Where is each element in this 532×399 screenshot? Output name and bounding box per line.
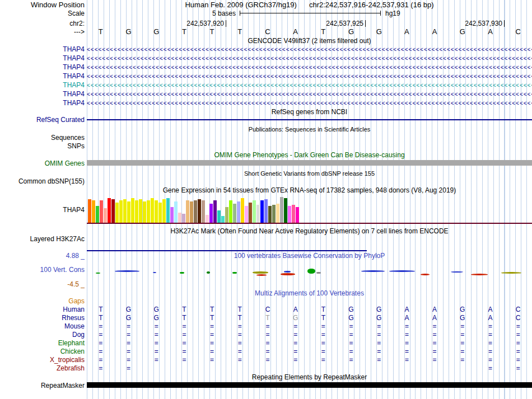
gtex-tissue-bar[interactable] — [147, 200, 150, 223]
gencode-gene-label[interactable]: THAP4 — [0, 45, 85, 53]
omim-genes-label[interactable]: OMIM Genes — [0, 159, 85, 167]
gencode-gene-model[interactable]: <<<<<<<<<<<<<<<<<<<<<<<<<<<<<<<<<<<<<<<<… — [87, 72, 532, 81]
refseq-gene-line[interactable] — [87, 119, 532, 120]
species-label[interactable]: Elephant — [0, 339, 85, 347]
coordinates-track[interactable]: 242,537,920242,537,925242,537,930 — [87, 20, 532, 27]
gencode-gene-model[interactable]: <<<<<<<<<<<<<<<<<<<<<<<<<<<<<<<<<<<<<<<<… — [87, 90, 532, 98]
gtex-tissue-bar[interactable] — [221, 216, 225, 223]
gtex-tissue-bar[interactable] — [202, 200, 205, 223]
conservation-wiggle-track[interactable] — [87, 263, 532, 279]
gtex-tissue-bar[interactable] — [186, 200, 189, 223]
gtex-tissue-bar[interactable] — [151, 198, 154, 223]
multiz-gaps-row[interactable]: Gaps — [0, 297, 532, 305]
omim-gene-bar[interactable] — [87, 160, 532, 166]
repeatmasker-row[interactable]: RepeatMasker — [0, 382, 532, 389]
gtex-tissue-bar[interactable] — [131, 198, 134, 223]
gencode-gene-row[interactable]: THAP4<<<<<<<<<<<<<<<<<<<<<<<<<<<<<<<<<<<… — [0, 72, 532, 81]
h3k27ac-signal-row[interactable] — [0, 250, 532, 251]
species-label[interactable]: Chicken — [0, 348, 85, 355]
multiz-species-row[interactable]: Dog================ — [0, 331, 532, 339]
gtex-tissue-bar[interactable] — [158, 203, 162, 223]
gtex-tissue-bar[interactable] — [198, 199, 201, 223]
gtex-tissue-bar[interactable] — [276, 204, 279, 223]
h3k27ac-row[interactable]: Layered H3K27Ac — [0, 235, 532, 243]
h3k27ac-label[interactable]: Layered H3K27Ac — [0, 235, 85, 243]
gtex-tissue-bar[interactable] — [162, 199, 166, 223]
coordinates-row[interactable]: chr2: 242,537,920242,537,925242,537,930 — [0, 20, 532, 27]
species-label[interactable]: Dog — [0, 331, 85, 339]
gtex-expression-track[interactable] — [87, 196, 532, 224]
gtex-tissue-bar[interactable] — [178, 213, 181, 223]
sequences-label[interactable]: Sequences — [0, 134, 85, 142]
species-label[interactable]: Zebrafish — [0, 364, 85, 372]
gtex-tissue-bar[interactable] — [123, 199, 127, 223]
dbsnp-row[interactable]: Common dbSNP(155) — [0, 177, 532, 185]
gtex-tissue-bar[interactable] — [174, 201, 178, 223]
gencode-gene-row[interactable]: THAP4<<<<<<<<<<<<<<<<<<<<<<<<<<<<<<<<<<<… — [0, 99, 532, 107]
refseq-curated-label[interactable]: RefSeq Curated — [0, 116, 85, 124]
repeat-element-bar[interactable] — [87, 382, 532, 388]
gtex-tissue-bar[interactable] — [249, 203, 252, 223]
publications-snps-row[interactable]: SNPs — [0, 142, 532, 150]
gtex-tissue-bar[interactable] — [194, 200, 197, 223]
multiz-species-row[interactable]: X_tropicalis================ — [0, 356, 532, 364]
gtex-tissue-bar[interactable] — [272, 205, 276, 223]
gencode-gene-row[interactable]: THAP4<<<<<<<<<<<<<<<<<<<<<<<<<<<<<<<<<<<… — [0, 63, 532, 72]
multiz-species-row[interactable]: HumanTGGTTTCATGGAAGAC — [0, 306, 532, 314]
gencode-gene-model[interactable]: <<<<<<<<<<<<<<<<<<<<<<<<<<<<<<<<<<<<<<<<… — [87, 63, 532, 72]
gtex-tissue-bar[interactable] — [182, 214, 185, 223]
gtex-tissue-bar[interactable] — [92, 200, 95, 223]
dbsnp-label[interactable]: Common dbSNP(155) — [0, 177, 85, 185]
gtex-gene-label[interactable]: THAP4 — [0, 206, 85, 214]
gtex-tissue-bar[interactable] — [260, 200, 264, 223]
gencode-gene-row[interactable]: THAP4<<<<<<<<<<<<<<<<<<<<<<<<<<<<<<<<<<<… — [0, 54, 532, 63]
sequence-ruler-row[interactable]: ---> TGGTTTCATGGAAGAC — [0, 28, 532, 36]
gencode-gene-label[interactable]: THAP4 — [0, 54, 85, 62]
gencode-gene-row[interactable]: THAP4<<<<<<<<<<<<<<<<<<<<<<<<<<<<<<<<<<<… — [0, 81, 532, 90]
gtex-tissue-bar[interactable] — [217, 210, 221, 223]
gencode-gene-model[interactable]: <<<<<<<<<<<<<<<<<<<<<<<<<<<<<<<<<<<<<<<<… — [87, 45, 532, 54]
gtex-tissue-bar[interactable] — [280, 197, 283, 223]
gtex-tissue-bar[interactable] — [206, 215, 209, 223]
gtex-tissue-bar[interactable] — [119, 200, 123, 223]
gtex-tissue-bar[interactable] — [115, 203, 119, 223]
gtex-tissue-bar[interactable] — [292, 205, 295, 223]
publications-sequences-row[interactable]: Sequences — [0, 134, 532, 142]
repeatmasker-track[interactable] — [87, 382, 532, 389]
gtex-tissue-bar[interactable] — [143, 201, 146, 223]
gtex-tissue-bar[interactable] — [229, 200, 232, 223]
gtex-tissue-bar[interactable] — [264, 199, 268, 223]
gtex-tissue-bar[interactable] — [241, 198, 244, 223]
gtex-expression-row[interactable]: THAP4 — [0, 196, 532, 224]
gtex-tissue-bar[interactable] — [111, 199, 115, 223]
gencode-gene-label[interactable]: THAP4 — [0, 72, 85, 80]
gtex-tissue-bar[interactable] — [135, 200, 138, 223]
gtex-tissue-bar[interactable] — [213, 200, 217, 223]
gtex-tissue-bar[interactable] — [237, 201, 240, 223]
h3k27ac-signal-track[interactable] — [87, 250, 532, 251]
gencode-gene-model[interactable]: <<<<<<<<<<<<<<<<<<<<<<<<<<<<<<<<<<<<<<<<… — [87, 99, 532, 107]
conservation-label[interactable]: 100 Vert. Cons — [0, 266, 85, 274]
gaps-label[interactable]: Gaps — [0, 297, 85, 305]
gtex-tissue-bar[interactable] — [268, 206, 272, 223]
gtex-tissue-bar[interactable] — [108, 198, 111, 223]
species-label[interactable]: Rhesus — [0, 314, 85, 322]
gtex-tissue-bar[interactable] — [256, 205, 260, 223]
h3k27ac-signal-line[interactable] — [87, 250, 367, 251]
gencode-gene-label[interactable]: THAP4 — [0, 63, 85, 71]
gencode-gene-label[interactable]: THAP4 — [0, 99, 85, 107]
gencode-gene-row[interactable]: THAP4<<<<<<<<<<<<<<<<<<<<<<<<<<<<<<<<<<<… — [0, 90, 532, 98]
multiz-species-row[interactable]: Mouse================ — [0, 322, 532, 331]
gencode-gene-row[interactable]: THAP4<<<<<<<<<<<<<<<<<<<<<<<<<<<<<<<<<<<… — [0, 45, 532, 54]
gtex-tissue-bar[interactable] — [170, 207, 174, 223]
gtex-tissue-bar[interactable] — [225, 207, 228, 223]
gencode-gene-label[interactable]: THAP4 — [0, 81, 85, 89]
refseq-curated-track[interactable] — [87, 116, 532, 124]
gencode-gene-model[interactable]: <<<<<<<<<<<<<<<<<<<<<<<<<<<<<<<<<<<<<<<<… — [87, 81, 532, 90]
gtex-tissue-bar[interactable] — [209, 204, 213, 223]
refseq-curated-row[interactable]: RefSeq Curated — [0, 116, 532, 124]
gtex-tissue-bar[interactable] — [139, 199, 142, 223]
multiz-species-row[interactable]: Elephant================ — [0, 339, 532, 348]
gtex-tissue-bar[interactable] — [104, 208, 107, 223]
gtex-tissue-bar[interactable] — [253, 200, 256, 223]
